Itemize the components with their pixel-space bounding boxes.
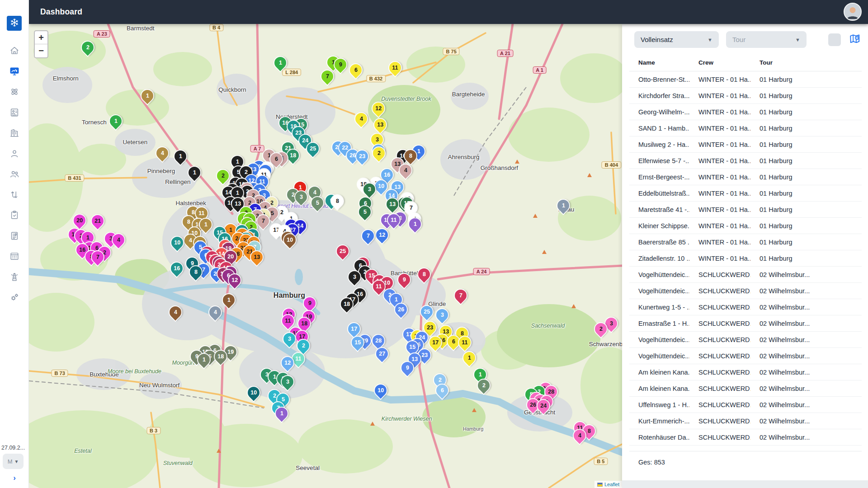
show-on-map-button[interactable] (847, 33, 863, 47)
map-pin-icon (849, 33, 861, 47)
road-badge: A 24 (473, 268, 490, 275)
map-marker-label: 1 (467, 355, 471, 361)
map-marker-label: 23 (427, 325, 433, 331)
sidebar-item-home[interactable] (5, 42, 24, 60)
map-town-label: Rellingen (165, 178, 190, 185)
status-filter-select[interactable]: Volleinsatz ▼ (634, 31, 719, 48)
table-row[interactable]: Vogelhüttendeic...SCHLUCKWERD...02 Wilhe… (629, 267, 862, 283)
table-cell: 02 Wilhelmsbur... (750, 434, 862, 441)
table-row[interactable]: Zitadellenstr. 10 ...WINTER - 01 Ha...01… (629, 250, 862, 267)
table-row[interactable]: Otto-Brenner-St...WINTER - 01 Ha...01 Ha… (629, 71, 862, 88)
map-marker-label: 4 (174, 310, 177, 315)
road-badge: B 73 (52, 370, 68, 377)
map-town-label: Glinde (428, 300, 446, 307)
mode-select[interactable]: M ▼ (3, 454, 24, 469)
sidebar-item-lighthouse[interactable] (5, 268, 24, 286)
filter-toggle-button[interactable] (828, 33, 841, 46)
map-marker-label: 7 (96, 254, 99, 260)
table-row[interactable]: Ernst-Bergeest-...WINTER - 01 Ha...01 Ha… (629, 169, 862, 185)
zoom-in-button[interactable]: + (35, 31, 47, 44)
map-town-label: Bargteheide (452, 91, 485, 98)
leaflet-map[interactable]: BarmstedtElmshornTorneschUetersenQuickbo… (29, 24, 622, 488)
table-cell: Georg-Wilhelm-... (629, 108, 689, 116)
table-row[interactable]: Kunertweg 1-5 - ...SCHLUCKWERD...02 Wilh… (629, 299, 862, 315)
table-cell: Vogelhüttendeic... (629, 287, 689, 295)
table-row[interactable]: Rotenhäuser Da...SCHLUCKWERD...02 Wilhel… (629, 429, 862, 446)
map-marker-label: 3 (300, 194, 303, 200)
stops-table: NameCrewTour Otto-Brenner-St...WINTER - … (629, 54, 862, 466)
sidebar-item-service-gears[interactable] (5, 288, 24, 306)
map-town-label: Quickborn (218, 86, 246, 93)
map-marker-label: 13 (443, 329, 449, 335)
sidebar-item-id-card[interactable] (5, 103, 24, 122)
sidebar-expand-button[interactable]: › (0, 474, 29, 488)
table-row[interactable]: Kleiner Schippse...WINTER - 01 Ha...01 H… (629, 218, 862, 234)
tour-filter-select[interactable]: Tour ▼ (726, 31, 807, 48)
table-row[interactable]: Kirchdorfer Stra...WINTER - 01 Ha...01 H… (629, 88, 862, 104)
sidebar-item-company-building[interactable] (5, 124, 24, 142)
road-badge: B 5 (594, 458, 608, 465)
table-row[interactable]: Georg-Wilhelm-...WINTER - 01 Ha...01 Har… (629, 104, 862, 120)
map-marker-label: 1 (395, 297, 398, 303)
table-row[interactable]: Maretstraße 41 -...WINTER - 01 Ha...01 H… (629, 202, 862, 218)
leaflet-attribution-link[interactable]: Leaflet (604, 482, 619, 487)
map-town-label: Barmstedt (127, 25, 155, 32)
map-marker-label: 1 (193, 170, 196, 176)
app-logo[interactable] (7, 16, 22, 31)
service-gears-icon (9, 292, 19, 302)
table-row[interactable]: Baererstraße 85 ...WINTER - 01 Ha...01 H… (629, 234, 862, 250)
table-row[interactable]: Elfenwiese 5-7 -...WINTER - 01 Ha...01 H… (629, 153, 862, 169)
map-marker-label: 6 (452, 339, 455, 345)
map-marker-label: 16 (384, 172, 390, 178)
map-marker-label: 6 (354, 67, 357, 73)
user-avatar[interactable] (844, 3, 862, 21)
map-town-label: Hamburg (463, 426, 483, 432)
sidebar-item-people[interactable] (5, 165, 24, 183)
table-cell: SCHLUCKWERD... (689, 418, 750, 425)
sidebar-item-clipboard-check[interactable] (5, 206, 24, 224)
map-marker-label: 17 (432, 340, 439, 346)
table-row[interactable]: Vogelhüttendeic...SCHLUCKWERD...02 Wilhe… (629, 332, 862, 348)
table-row[interactable]: Am kleinen Kana...SCHLUCKWERD...02 Wilhe… (629, 364, 862, 380)
map-marker-label: 2 (482, 383, 486, 389)
sidebar-item-calendar-grid[interactable] (5, 247, 24, 265)
table-cell: WINTER - 01 Ha... (689, 76, 750, 83)
table-cell: Zitadellenstr. 10 ... (629, 255, 689, 262)
map-marker-label: 7 (202, 267, 205, 272)
sidebar-item-report-document[interactable] (5, 227, 24, 245)
map-marker-label: 28 (548, 389, 554, 395)
map-marker-label: 3 (288, 336, 291, 342)
table-row[interactable]: Vogelhüttendeic...SCHLUCKWERD...02 Wilhe… (629, 348, 862, 364)
map-marker-label: 14 (225, 190, 231, 196)
sidebar-item-person[interactable] (5, 145, 24, 163)
sidebar-item-dashboard-monitor[interactable] (5, 62, 24, 80)
table-row[interactable]: Kurt-Emmerich-...SCHLUCKWERD...02 Wilhel… (629, 413, 862, 429)
map-marker-label: 16 (174, 265, 180, 271)
table-row[interactable]: Ernastraße 1 - H...SCHLUCKWERD...02 Wilh… (629, 315, 862, 332)
table-row[interactable]: SAND 1 - Hamb...WINTER - 01 Ha...01 Harb… (629, 120, 862, 136)
map-marker-label: 26 (530, 402, 536, 408)
road-badge: B 404 (602, 161, 621, 169)
panel-controls: Volleinsatz ▼ Tour ▼ (622, 24, 868, 48)
map-marker-label: 9 (403, 277, 406, 283)
table-cell: Musilweg 2 - Ha... (629, 141, 689, 148)
map-marker-label: 22 (342, 145, 348, 150)
table-row[interactable]: Uffelnsweg 1 - H...SCHLUCKWERD...02 Wilh… (629, 397, 862, 413)
map-marker-label: 13 (394, 161, 401, 167)
table-row[interactable]: Am kleinen Kana...SCHLUCKWERD...02 Wilhe… (629, 380, 862, 397)
page-title: Dashboard (29, 7, 82, 17)
table-row[interactable]: Eddelbüttelstraß...WINTER - 01 Ha...01 H… (629, 185, 862, 202)
column-header-tour: Tour (750, 59, 862, 66)
zoom-out-button[interactable]: − (35, 44, 47, 57)
map-marker-label: 24 (540, 403, 547, 408)
map-marker-label: 2 (439, 377, 442, 383)
map-marker-label: 18 (344, 301, 350, 307)
table-row[interactable]: Musilweg 2 - Ha...WINTER - 01 Ha...01 Ha… (629, 136, 862, 153)
map-marker-label: 4 (313, 190, 316, 196)
table-cell: 01 Harburg (750, 76, 862, 83)
table-row[interactable]: Vogelhüttendeic...SCHLUCKWERD...02 Wilhe… (629, 283, 862, 299)
table-cell: 01 Harburg (750, 190, 862, 197)
map-marker-label: 12 (379, 232, 385, 238)
sidebar-item-atom[interactable] (5, 83, 24, 101)
sidebar-item-route[interactable] (5, 186, 24, 204)
